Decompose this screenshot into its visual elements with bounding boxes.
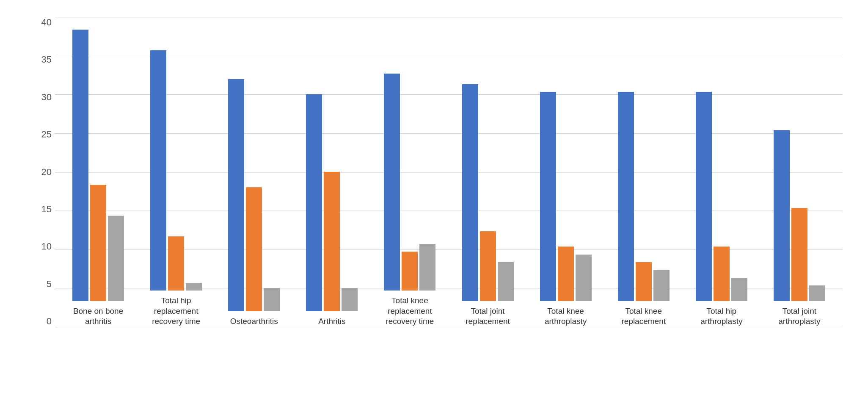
bar-group: Total hiparthroplasty bbox=[683, 92, 761, 327]
y-axis-label: 40 bbox=[34, 17, 55, 28]
bars-area: Bone on bonearthritisTotal hipreplacemen… bbox=[55, 17, 843, 327]
bar-first bbox=[72, 30, 88, 301]
bar-first bbox=[696, 92, 712, 301]
bars-row bbox=[761, 130, 838, 301]
bar-second bbox=[714, 247, 730, 301]
bar-first bbox=[228, 79, 244, 312]
bar-third bbox=[809, 285, 825, 301]
bar-third bbox=[653, 270, 670, 301]
bar-second bbox=[246, 187, 262, 311]
bar-second bbox=[791, 208, 807, 301]
bar-first bbox=[150, 50, 166, 291]
bars-row bbox=[371, 74, 449, 291]
bar-group: Total kneereplacement bbox=[605, 92, 683, 327]
bar-third bbox=[342, 288, 358, 311]
bars-row bbox=[605, 92, 683, 301]
bar-second bbox=[402, 252, 418, 291]
bars-row bbox=[683, 92, 761, 301]
bars-row bbox=[137, 50, 215, 291]
bars-row bbox=[215, 79, 293, 312]
bar-second bbox=[90, 185, 106, 301]
y-axis-label: 30 bbox=[34, 92, 55, 103]
bar-third bbox=[576, 255, 592, 301]
bar-group: Total kneearthroplasty bbox=[527, 92, 605, 327]
bar-second bbox=[558, 247, 574, 301]
y-axis-label: 5 bbox=[34, 279, 55, 290]
x-axis-label: Arthritis bbox=[318, 316, 345, 327]
x-axis-label: Total kneereplacementrecovery time bbox=[386, 296, 434, 327]
bars-row bbox=[293, 94, 371, 311]
bar-group: Total kneereplacementrecovery time bbox=[371, 74, 449, 327]
x-axis-label: Total hiparthroplasty bbox=[700, 306, 742, 327]
grid-line bbox=[55, 327, 843, 327]
bar-first bbox=[540, 92, 556, 301]
bar-third bbox=[419, 244, 435, 291]
x-axis-label: Total jointarthroplasty bbox=[778, 306, 820, 327]
chart-area: 4035302520151050 Bone on bonearthritisTo… bbox=[34, 17, 843, 327]
y-axis: 4035302520151050 bbox=[34, 17, 55, 327]
bar-second bbox=[480, 231, 496, 301]
bar-first bbox=[774, 130, 790, 301]
x-axis-label: Bone on bonearthritis bbox=[73, 306, 123, 327]
bar-third bbox=[186, 283, 202, 291]
y-axis-label: 25 bbox=[34, 129, 55, 140]
bar-first bbox=[384, 74, 400, 291]
bar-second bbox=[636, 262, 652, 301]
y-axis-label: 35 bbox=[34, 54, 55, 65]
bar-first bbox=[618, 92, 634, 301]
bar-group: Total jointarthroplasty bbox=[761, 130, 838, 327]
bar-first bbox=[306, 94, 322, 311]
bar-third bbox=[264, 288, 280, 311]
bars-row bbox=[527, 92, 605, 301]
bar-group: Osteoarthritis bbox=[215, 79, 293, 327]
y-axis-label: 10 bbox=[34, 241, 55, 252]
y-axis-label: 15 bbox=[34, 204, 55, 215]
bar-third bbox=[108, 216, 124, 301]
x-axis-label: Total jointreplacement bbox=[466, 306, 510, 327]
bar-third bbox=[731, 278, 747, 301]
bar-group: Total jointreplacement bbox=[449, 84, 526, 327]
bar-first bbox=[462, 84, 478, 301]
bar-second bbox=[324, 172, 340, 311]
bars-row bbox=[59, 30, 137, 301]
bar-group: Arthritis bbox=[293, 94, 371, 327]
x-axis-label: Total hipreplacementrecovery time bbox=[152, 296, 200, 327]
bar-third bbox=[498, 262, 514, 301]
x-axis-label: Total kneereplacement bbox=[621, 306, 666, 327]
bars-row bbox=[449, 84, 526, 301]
y-axis-label: 0 bbox=[34, 316, 55, 327]
chart-container: 4035302520151050 Bone on bonearthritisTo… bbox=[0, 0, 868, 403]
y-axis-label: 20 bbox=[34, 167, 55, 178]
bar-group: Bone on bonearthritis bbox=[59, 30, 137, 327]
bar-group: Total hipreplacementrecovery time bbox=[137, 50, 215, 327]
x-axis-label: Total kneearthroplasty bbox=[545, 306, 587, 327]
x-axis-label: Osteoarthritis bbox=[230, 316, 278, 327]
bar-second bbox=[168, 236, 184, 291]
